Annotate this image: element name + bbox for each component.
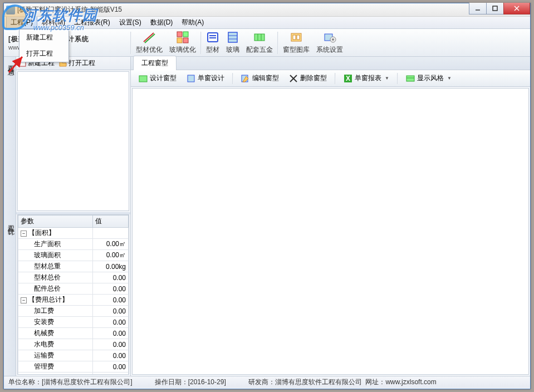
tool-glass-optimize[interactable]: 玻璃优化	[166, 29, 199, 56]
table-row: 水电费0.00	[18, 339, 129, 350]
table-row: 型材总价0.00	[18, 272, 129, 283]
svg-rect-16	[254, 34, 264, 41]
collapse-icon[interactable]: −	[21, 231, 27, 237]
vtab-project-info[interactable]: 工程信息	[4, 57, 16, 217]
profile-icon	[206, 31, 219, 44]
delete-window-button[interactable]: 删除窗型	[285, 72, 331, 85]
single-design-button[interactable]: 单窗设计	[182, 72, 229, 85]
table-row: 运输费0.00	[18, 350, 129, 361]
excel-icon: X	[344, 74, 352, 83]
display-style-button[interactable]: 显示风格 ▼	[401, 72, 456, 85]
svg-line-4	[144, 33, 154, 42]
table-row: 安装费0.00	[18, 317, 129, 328]
table-row: −【面积】	[18, 228, 129, 239]
separator	[200, 32, 202, 54]
design-window-button[interactable]: 设计窗型	[134, 72, 181, 85]
style-icon	[406, 74, 415, 83]
separator	[397, 73, 398, 84]
sub-toolbar: 设计窗型 单窗设计 编辑窗型 删除窗型 X 单窗报表	[131, 70, 530, 87]
svg-rect-11	[209, 35, 216, 36]
glass-optimize-icon	[176, 31, 189, 44]
svg-line-5	[145, 34, 155, 43]
single-design-icon	[187, 74, 195, 83]
left-inner: 新建工程 打开工程 参数值 −【面积】 生产面积0.00㎡	[16, 57, 130, 376]
toolbar: [极致下料] 门窗设计系统 www.jzxlsoft.com 型材优化 玻璃优化…	[4, 29, 530, 57]
edit-icon	[241, 74, 250, 83]
param-table[interactable]: 参数值 −【面积】 生产面积0.00㎡ 玻璃面积0.00㎡ 型材总重0.00kg…	[17, 214, 129, 375]
edit-window-button[interactable]: 编辑窗型	[237, 72, 283, 85]
tabbar: 工程窗型	[131, 57, 530, 70]
svg-rect-12	[209, 37, 216, 38]
col-value: 值	[93, 215, 129, 228]
vtab-project-stats[interactable]: 工程统计	[4, 217, 16, 376]
table-row: 配件总价0.00	[18, 283, 129, 295]
table-row: 管理费0.00	[18, 361, 129, 373]
svg-rect-20	[293, 35, 296, 40]
tool-window-library[interactable]: 窗型图库	[280, 29, 313, 56]
svg-rect-8	[177, 38, 182, 43]
design-icon	[139, 74, 148, 83]
svg-rect-13	[228, 32, 237, 42]
tool-hardware[interactable]: 配套五金	[243, 29, 276, 56]
library-icon	[290, 31, 303, 44]
tab-project-windows[interactable]: 工程窗型	[133, 56, 177, 70]
project-menu-dropdown: 新建工程 打开工程	[19, 29, 69, 62]
tool-profile[interactable]: 型材	[203, 29, 223, 56]
minimize-button[interactable]	[469, 3, 487, 14]
table-row: 机械费0.00	[18, 328, 129, 339]
table-row: 其他0.00	[18, 373, 129, 375]
window-title: [极致下料]门窗设计系统-智能版V15	[17, 5, 122, 14]
col-param: 参数	[18, 215, 93, 228]
status-unit: 单位名称：[淄博有思度软件工程有限公司]	[8, 378, 133, 387]
single-report-button[interactable]: X 单窗报表 ▼	[339, 72, 394, 85]
menu-help[interactable]: 帮助(A)	[177, 16, 208, 29]
svg-text:X: X	[346, 75, 350, 82]
svg-rect-26	[139, 76, 147, 82]
status-date: 操作日期：[2016-10-29]	[155, 378, 226, 387]
body: 工程信息 工程统计 新建工程 打开工程	[4, 57, 530, 376]
design-canvas[interactable]	[132, 88, 529, 375]
status-developer: 研发商：淄博有思度软件工程有限公司 网址：www.jzxlsoft.com	[248, 378, 437, 387]
collapse-icon[interactable]: −	[21, 297, 27, 303]
svg-rect-1	[493, 6, 497, 11]
maximize-button[interactable]	[486, 3, 504, 14]
close-button[interactable]	[503, 3, 530, 14]
menu-material[interactable]: 材料(M)	[37, 16, 70, 29]
delete-icon	[289, 74, 298, 83]
svg-point-24	[332, 38, 334, 41]
svg-rect-6	[177, 32, 182, 37]
project-tree[interactable]	[17, 71, 129, 211]
menubar: 工程(P) 材料(M) 工程报表(R) 设置(S) 数据(D) 帮助(A)	[4, 17, 530, 29]
tool-profile-optimize[interactable]: 型材优化	[133, 29, 166, 56]
menu-project[interactable]: 工程(P)	[6, 16, 37, 29]
glass-icon	[226, 31, 239, 44]
svg-rect-27	[188, 75, 194, 82]
profile-optimize-icon	[143, 31, 156, 44]
table-row: 生产面积0.00㎡	[18, 239, 129, 250]
menu-data[interactable]: 数据(D)	[146, 16, 178, 29]
menu-item-open-project[interactable]: 打开工程	[19, 46, 68, 62]
separator	[277, 32, 278, 54]
left-pane: 工程信息 工程统计 新建工程 打开工程	[4, 57, 131, 376]
param-area: 参数值 −【面积】 生产面积0.00㎡ 玻璃面积0.00㎡ 型材总重0.00kg…	[16, 214, 130, 376]
separator	[335, 73, 336, 84]
menu-report[interactable]: 工程报表(R)	[70, 16, 115, 29]
chevron-down-icon: ▼	[385, 76, 389, 81]
window-controls	[469, 3, 530, 14]
separator	[130, 32, 131, 54]
svg-rect-21	[297, 35, 300, 40]
svg-rect-9	[183, 38, 188, 43]
separator	[232, 73, 233, 84]
app-window: [极致下料]门窗设计系统-智能版V15 工程(P) 材料(M) 工程报表(R) …	[3, 3, 531, 389]
table-row: 型材总重0.00kg	[18, 261, 129, 272]
menu-settings[interactable]: 设置(S)	[115, 16, 146, 29]
right-pane: 工程窗型 设计窗型 单窗设计 编辑窗型 删除窗型	[131, 57, 530, 376]
chevron-down-icon: ▼	[447, 76, 452, 81]
settings-icon	[323, 31, 336, 44]
tool-system-settings[interactable]: 系统设置	[313, 29, 346, 56]
tool-glass[interactable]: 玻璃	[223, 29, 243, 56]
menu-item-new-project[interactable]: 新建工程	[19, 30, 68, 46]
table-row: 玻璃面积0.00㎡	[18, 250, 129, 261]
table-row: 加工费0.00	[18, 306, 129, 317]
titlebar: [极致下料]门窗设计系统-智能版V15	[4, 3, 530, 17]
